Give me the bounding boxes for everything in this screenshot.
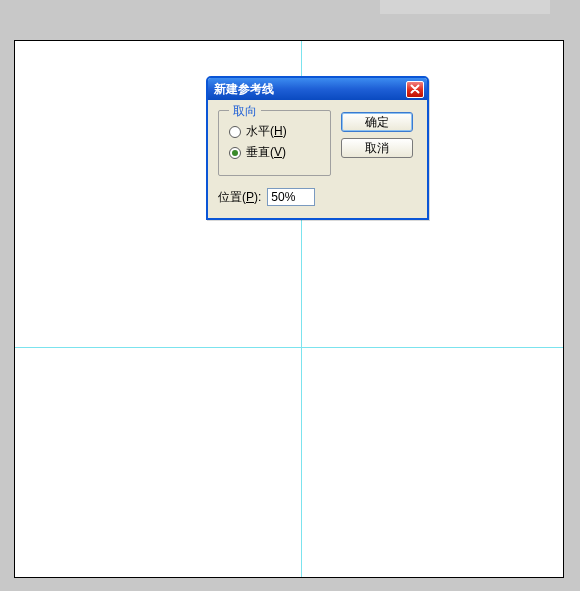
horizontal-guide — [15, 347, 563, 348]
orientation-fieldset: 取向 水平(H) 垂直(V) — [218, 110, 331, 176]
tool-options-strip — [380, 0, 550, 14]
position-label: 位置(P): — [218, 189, 261, 206]
radio-vertical-label: 垂直(V) — [246, 144, 286, 161]
position-input[interactable] — [267, 188, 315, 206]
close-icon — [410, 84, 420, 94]
ok-button[interactable]: 确定 — [341, 112, 413, 132]
radio-horizontal[interactable]: 水平(H) — [229, 123, 320, 140]
new-guide-dialog: 新建参考线 取向 水平(H) 垂直(V) 确定 取消 位置(P): — [206, 76, 429, 220]
dialog-titlebar[interactable]: 新建参考线 — [208, 78, 427, 100]
cancel-button[interactable]: 取消 — [341, 138, 413, 158]
radio-icon — [229, 126, 241, 138]
dialog-title: 新建参考线 — [214, 81, 274, 98]
orientation-legend: 取向 — [229, 103, 261, 120]
close-button[interactable] — [406, 81, 424, 98]
dialog-buttons-col: 确定 取消 — [341, 112, 413, 158]
radio-horizontal-label: 水平(H) — [246, 123, 287, 140]
dialog-body: 取向 水平(H) 垂直(V) 确定 取消 — [208, 100, 427, 188]
radio-icon — [229, 147, 241, 159]
position-row: 位置(P): — [208, 188, 427, 218]
radio-vertical[interactable]: 垂直(V) — [229, 144, 320, 161]
